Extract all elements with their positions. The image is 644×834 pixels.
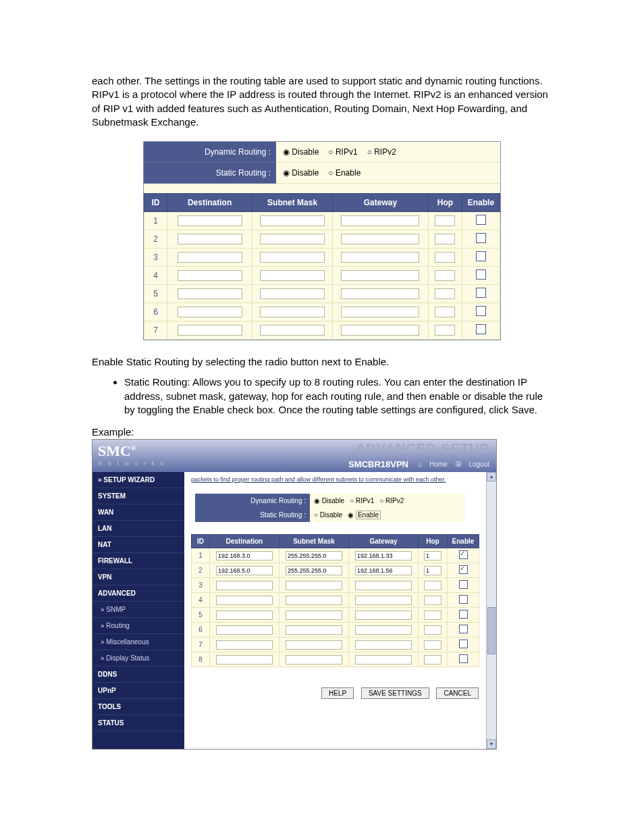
gateway-input[interactable] (341, 234, 419, 244)
dynamic-opt-ripv1[interactable]: ○ RIPv1 (328, 147, 357, 157)
mask-input[interactable] (286, 551, 342, 561)
nav-item-status[interactable]: STATUS (92, 715, 184, 731)
dynamic-opt-2-disable[interactable]: ◉ Disable (314, 497, 344, 504)
hop-input[interactable] (424, 655, 441, 664)
gateway-input[interactable] (341, 215, 419, 226)
mask-input[interactable] (286, 566, 342, 575)
gateway-input[interactable] (355, 596, 412, 605)
hop-input[interactable] (424, 566, 441, 575)
enable-checkbox[interactable] (459, 640, 468, 648)
dest-input[interactable] (216, 551, 273, 561)
enable-checkbox[interactable] (476, 233, 486, 243)
gateway-input[interactable] (355, 566, 412, 575)
dest-input[interactable] (178, 288, 242, 299)
hop-input[interactable] (424, 596, 441, 605)
nav-item-upnp[interactable]: UPnP (92, 683, 184, 699)
dest-input[interactable] (178, 252, 242, 263)
dest-input[interactable] (216, 596, 273, 605)
enable-checkbox[interactable] (459, 550, 468, 559)
dest-input[interactable] (178, 234, 242, 244)
nav-item-wan[interactable]: WAN (92, 504, 184, 521)
gateway-input[interactable] (355, 655, 412, 664)
gateway-input[interactable] (341, 270, 419, 281)
scroll-thumb[interactable] (487, 607, 495, 654)
hop-input[interactable] (435, 325, 455, 336)
mask-input[interactable] (286, 625, 342, 635)
enable-checkbox[interactable] (459, 595, 468, 604)
dest-input[interactable] (216, 566, 273, 575)
hop-input[interactable] (424, 551, 441, 561)
hop-input[interactable] (424, 581, 441, 590)
dest-input[interactable] (178, 270, 242, 281)
hop-input[interactable] (435, 270, 455, 281)
dynamic-opt-disable[interactable]: ◉ Disable (283, 147, 319, 157)
static-opt-enable[interactable]: ○ Enable (328, 168, 360, 178)
static-opt-2-disable[interactable]: ○ Disable (314, 511, 342, 519)
nav-item--display-status[interactable]: » Display Status (92, 650, 184, 667)
nav-item-ddns[interactable]: DDNS (92, 667, 184, 683)
mask-input[interactable] (260, 252, 325, 263)
mask-input[interactable] (286, 581, 342, 590)
nav-item-system[interactable]: SYSTEM (92, 488, 184, 504)
scroll-up-icon[interactable]: ▴ (487, 472, 496, 481)
mask-input[interactable] (286, 610, 342, 620)
mask-input[interactable] (286, 596, 342, 605)
dest-input[interactable] (216, 610, 273, 620)
scroll-down-icon[interactable]: ▾ (487, 739, 496, 749)
dest-input[interactable] (216, 640, 273, 650)
hop-input[interactable] (435, 234, 455, 244)
enable-checkbox[interactable] (459, 580, 468, 589)
nav-item-nat[interactable]: NAT (92, 537, 184, 553)
gateway-input[interactable] (341, 288, 419, 299)
hop-input[interactable] (424, 610, 441, 620)
gateway-input[interactable] (355, 551, 412, 561)
logout-link[interactable]: ⦿ Logout (455, 461, 489, 468)
nav-item-advanced[interactable]: ADVANCED (92, 585, 184, 602)
enable-checkbox[interactable] (459, 625, 468, 633)
gateway-input[interactable] (355, 640, 412, 650)
dest-input[interactable] (178, 325, 242, 336)
home-link[interactable]: ⌂ Home (418, 461, 448, 468)
enable-checkbox[interactable] (459, 565, 468, 574)
mask-input[interactable] (286, 640, 342, 650)
hop-input[interactable] (435, 252, 455, 263)
dest-input[interactable] (216, 655, 273, 664)
help-button[interactable]: HELP (321, 687, 354, 699)
mask-input[interactable] (260, 307, 325, 317)
nav-item--routing[interactable]: » Routing (92, 618, 184, 634)
enable-checkbox[interactable] (476, 306, 486, 316)
enable-checkbox[interactable] (476, 269, 486, 280)
dynamic-opt-2-ripv2[interactable]: ○ RIPv2 (379, 497, 404, 504)
dynamic-opt-ripv2[interactable]: ○ RIPv2 (367, 147, 396, 157)
dest-input[interactable] (178, 307, 242, 317)
enable-checkbox[interactable] (459, 654, 468, 663)
enable-checkbox[interactable] (459, 610, 468, 619)
dest-input[interactable] (216, 581, 273, 590)
nav-item-vpn[interactable]: VPN (92, 569, 184, 585)
hop-input[interactable] (424, 625, 441, 635)
enable-checkbox[interactable] (476, 324, 486, 334)
gateway-input[interactable] (341, 307, 419, 317)
hop-input[interactable] (435, 307, 455, 317)
nav-item--miscellaneous[interactable]: » Miscellaneous (92, 634, 184, 650)
mask-input[interactable] (260, 288, 325, 299)
static-opt-2-enable[interactable]: ◉ Enable (348, 511, 381, 519)
hop-input[interactable] (435, 215, 455, 226)
gateway-input[interactable] (341, 252, 419, 263)
cancel-button[interactable]: CANCEL (436, 687, 479, 699)
static-opt-disable[interactable]: ◉ Disable (283, 168, 319, 178)
dest-input[interactable] (178, 215, 242, 226)
mask-input[interactable] (260, 325, 325, 336)
scrollbar[interactable]: ▴ ▾ (486, 472, 496, 749)
enable-checkbox[interactable] (476, 251, 486, 261)
mask-input[interactable] (260, 215, 325, 226)
enable-checkbox[interactable] (476, 215, 486, 225)
mask-input[interactable] (286, 655, 342, 664)
enable-checkbox[interactable] (476, 288, 486, 298)
gateway-input[interactable] (341, 325, 419, 336)
nav-item--setup-wizard[interactable]: » SETUP WIZARD (92, 472, 184, 488)
gateway-input[interactable] (355, 625, 412, 635)
mask-input[interactable] (260, 234, 325, 244)
mask-input[interactable] (260, 270, 325, 281)
gateway-input[interactable] (355, 610, 412, 620)
